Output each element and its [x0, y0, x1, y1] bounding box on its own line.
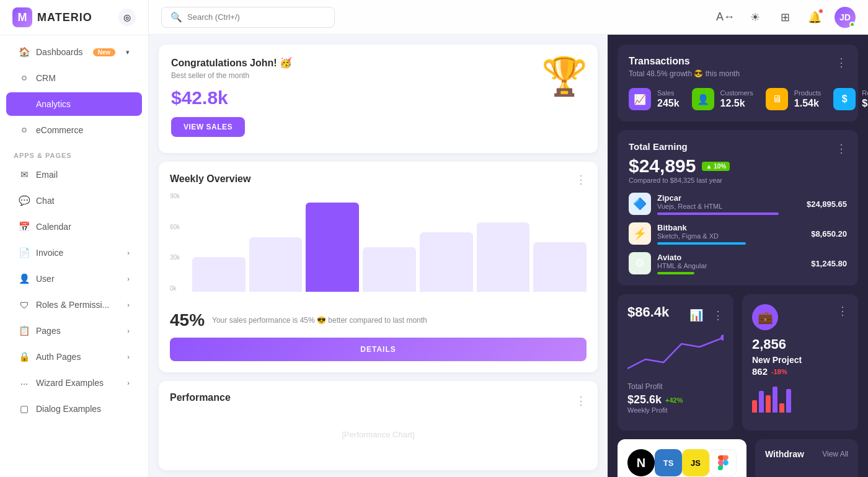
nav-item-email[interactable]: ✉ Email: [6, 163, 142, 186]
left-panel: Congratulations John! 🥳 Best seller of t…: [149, 35, 608, 477]
transactions-stats: 📈 Sales 245k 👤 Customers 12.5k: [629, 88, 847, 110]
transactions-title: Transactions: [629, 56, 690, 67]
nav-item-invoice[interactable]: 📄 Invoice ›: [6, 241, 142, 265]
details-button[interactable]: DETAILS: [170, 338, 587, 361]
profit-kebab[interactable]: ⋮: [712, 309, 724, 322]
profit-badge: +42%: [665, 396, 683, 404]
revenue-value: $88k: [862, 98, 868, 109]
bitbank-amount: $8,650.20: [811, 229, 847, 239]
bar-chart-icon: 📊: [685, 304, 707, 326]
figma-logo: [709, 449, 737, 476]
zipcar-icon: 🔷: [629, 193, 651, 215]
bitbank-progress: [657, 242, 746, 245]
translate-icon[interactable]: A↔: [715, 7, 735, 27]
header-icons: A↔ ☀ ⊞ 🔔 JD: [715, 7, 856, 28]
bell-icon[interactable]: 🔔: [805, 7, 825, 27]
earning-item-zipcar: 🔷 Zipcar Vuejs, React & HTML $24,895.65: [629, 193, 847, 215]
trophy-icon: 🏆: [541, 55, 588, 98]
view-sales-button[interactable]: VIEW SALES: [171, 117, 245, 137]
nav-item-crm[interactable]: CRM: [6, 66, 142, 90]
mini-bar-chart: [752, 382, 848, 413]
search-input[interactable]: [187, 12, 311, 22]
new-project-badge: -18%: [771, 368, 787, 375]
grid-icon[interactable]: ⊞: [775, 7, 795, 27]
search-bar[interactable]: 🔍: [161, 7, 335, 28]
aviato-progress: [657, 272, 694, 274]
nav-item-user[interactable]: 👤 User ›: [6, 267, 142, 291]
nav-item-calendar[interactable]: 📅 Calendar: [6, 215, 142, 239]
bar-3: [306, 203, 359, 292]
mini-bar-2: [759, 391, 764, 413]
earning-kebab[interactable]: ⋮: [836, 142, 847, 155]
mini-bar-6: [786, 389, 791, 413]
weekly-kebab[interactable]: ⋮: [575, 173, 587, 186]
total-earning-card: Total Earning ⋮ $24,895 ▲ 10% Compared t…: [618, 130, 858, 286]
right-panel: Transactions ⋮ Total 48.5% growth 😎 this…: [608, 35, 868, 477]
withdraw-view-all[interactable]: View All: [822, 450, 848, 458]
congrats-amount: $42.8k: [171, 87, 585, 108]
nav-item-wizard[interactable]: ··· Wizard Examples ›: [6, 371, 142, 395]
bitbank-sub: Sketch, Figma & XD: [657, 232, 805, 240]
nextjs-logo: N: [627, 449, 655, 476]
bar-7: [533, 242, 587, 292]
nav-item-analytics[interactable]: Analytics: [6, 92, 142, 116]
earning-list: 🔷 Zipcar Vuejs, React & HTML $24,895.65 …: [629, 193, 847, 274]
bar-2: [249, 237, 303, 292]
bar-chart: [170, 193, 587, 292]
nav-item-dialog[interactable]: ▢ Dialog Examples: [6, 397, 142, 421]
performance-kebab[interactable]: ⋮: [575, 394, 587, 408]
weekly-bottom: 45% Your sales performance is 45% 😎 bett…: [170, 310, 587, 330]
aviato-name: Aviato: [657, 253, 805, 262]
search-icon: 🔍: [170, 12, 182, 23]
sidebar-circle-icon[interactable]: ◎: [118, 9, 136, 26]
zipcar-amount: $24,895.65: [807, 199, 847, 209]
new-project-kebab[interactable]: ⋮: [837, 304, 848, 318]
bar-1: [192, 257, 246, 292]
y-axis-labels: 90k 60k 30k 0k: [170, 193, 180, 292]
customers-label: Customers: [720, 89, 753, 97]
congrats-subtitle: Best seller of the month: [171, 71, 585, 80]
new-project-title: New Project: [752, 355, 848, 365]
sidebar-logo-row: M MATERIO ◎: [0, 0, 148, 35]
earning-amount: $24,895 ▲ 10%: [629, 155, 847, 177]
aviato-icon: ⚙: [629, 252, 651, 274]
nav-item-pages[interactable]: 📋 Pages ›: [6, 319, 142, 343]
products-icon: 🖥: [766, 88, 788, 110]
withdraw-card: Withdraw View All: [755, 439, 858, 477]
products-value: 1.54k: [794, 98, 821, 109]
tech-logos-card: N TS JS: [618, 439, 746, 477]
nav-item-roles[interactable]: 🛡 Roles & Permissi... ›: [6, 293, 142, 317]
row-2: Weekly Overview ⋮ 90k 60k 30k 0k: [159, 162, 598, 372]
bar-4: [363, 247, 416, 292]
sun-icon[interactable]: ☀: [745, 7, 765, 27]
stat-customers: 👤 Customers 12.5k: [692, 88, 753, 110]
performance-chart-placeholder: [Performance Chart]: [170, 409, 587, 459]
new-project-card: 💼 ⋮ 2,856 New Project 862 -18%: [742, 294, 858, 431]
profit-sparkline: [627, 331, 724, 375]
nav-item-auth[interactable]: 🔒 Auth Pages ›: [6, 345, 142, 369]
bar-5: [420, 232, 473, 292]
withdraw-title: Withdraw: [765, 449, 804, 459]
invoice-chevron: ›: [127, 249, 130, 256]
earning-badge: ▲ 10%: [702, 162, 730, 171]
products-label: Products: [794, 89, 821, 97]
dashboards-chevron: ▾: [126, 48, 130, 56]
nav-item-dashboards[interactable]: 🏠 Dashboards New ▾: [6, 40, 142, 64]
revenue-icon: $: [833, 88, 856, 110]
earning-subtitle: Compared to $84,325 last year: [629, 177, 847, 184]
avatar[interactable]: JD: [835, 7, 856, 28]
new-badge: New: [93, 48, 116, 56]
total-earning-title: Total Earning: [629, 141, 688, 152]
profit-big-amount: $86.4k: [627, 304, 669, 320]
weekly-description: Your sales performance is 45% 😎 better c…: [212, 316, 427, 325]
aviato-amount: $1,245.80: [811, 259, 847, 268]
nav-item-ecommerce[interactable]: eCommerce: [6, 118, 142, 142]
mini-bar-3: [766, 395, 771, 413]
total-profit-card: $86.4k 📊 ⋮ Total Profit: [618, 294, 733, 431]
javascript-logo: JS: [682, 449, 709, 476]
nav-item-chat[interactable]: 💬 Chat: [6, 189, 142, 212]
home-icon: 🏠: [19, 46, 30, 58]
zipcar-name: Zipcar: [657, 193, 800, 203]
performance-title: Performance: [170, 392, 231, 403]
transactions-kebab[interactable]: ⋮: [836, 56, 847, 69]
